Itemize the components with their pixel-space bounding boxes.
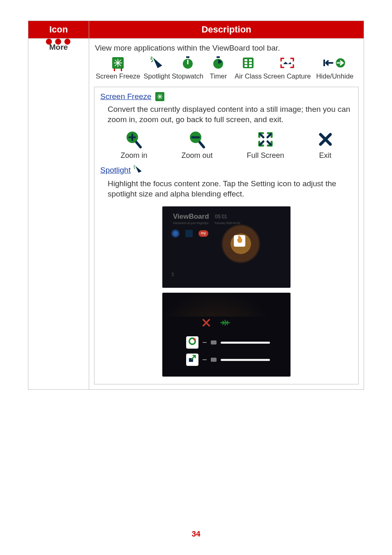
- globe-icon: [171, 229, 180, 238]
- spotlight-text: Highlight the focus content zone. Tap th…: [100, 178, 353, 203]
- collapse-icon: [220, 319, 231, 329]
- exit-label: Exit: [319, 151, 332, 160]
- tool-label: Hide/Unhide: [316, 72, 353, 80]
- svg-line-28: [134, 165, 135, 166]
- stopwatch-icon: [182, 56, 194, 72]
- zoom-in-icon: [125, 130, 143, 151]
- screen-freeze-controls: Zoom in: [100, 129, 353, 163]
- svg-rect-10: [217, 56, 220, 58]
- screenshot-brand: ViewBoard: [173, 212, 209, 221]
- resize-arrow-icon: [188, 354, 197, 365]
- svg-rect-16: [249, 62, 252, 64]
- intro-text: View more applications within the ViewBo…: [94, 43, 359, 56]
- air-class-icon: [242, 57, 254, 72]
- screen-freeze-icon: [112, 57, 124, 71]
- app-pill-icon: my: [198, 230, 208, 237]
- timer-icon: [212, 56, 224, 72]
- tool-label: Screen Capture: [263, 72, 311, 80]
- table-row: ●●● More View more applications within t…: [28, 39, 364, 390]
- zoom-out-icon: [189, 130, 206, 151]
- tool-label: Spotlight: [144, 72, 170, 80]
- zoom-out-label: Zoom out: [181, 151, 212, 160]
- svg-rect-15: [244, 62, 247, 64]
- hand-pointer-icon: [235, 236, 244, 246]
- screen-freeze-heading: Screen Freeze: [100, 92, 152, 101]
- row-icon-label: More: [28, 42, 89, 52]
- screen-freeze-text: Convert the currently displayed content …: [100, 103, 353, 129]
- svg-marker-4: [153, 58, 162, 68]
- tool-label: Air Class: [235, 72, 262, 80]
- svg-rect-14: [249, 59, 252, 61]
- svg-point-33: [194, 338, 196, 341]
- toolbar-row: Screen Freeze: [94, 56, 359, 85]
- svg-rect-18: [249, 65, 252, 67]
- svg-line-30: [134, 168, 135, 169]
- svg-rect-19: [323, 60, 325, 66]
- spotlight-heading-icon: [134, 166, 143, 175]
- tool-label: Timer: [210, 72, 227, 80]
- full-screen-label: Full Screen: [247, 151, 284, 160]
- full-screen-icon: [257, 131, 274, 150]
- svg-line-7: [151, 60, 153, 62]
- svg-rect-8: [186, 56, 189, 58]
- screenshot-time: 05:01: [215, 214, 227, 220]
- hide-unhide-icon: [323, 57, 346, 71]
- tool-label: Screen Freeze: [96, 72, 140, 80]
- page-number: 34: [0, 530, 392, 539]
- svg-marker-27: [136, 166, 142, 173]
- spotlight-settings-panel: [162, 293, 291, 377]
- zoom-in-label: Zoom in: [120, 151, 147, 160]
- app-icon: [185, 230, 193, 237]
- screen-freeze-badge-icon: [155, 92, 164, 101]
- spotlight-icon: [150, 57, 164, 72]
- icon-description-table: Icon Description ●●● More View more appl…: [28, 21, 364, 390]
- svg-rect-13: [244, 59, 247, 61]
- tool-label: Stopwatch: [172, 72, 203, 80]
- details-box: Screen Freeze Convert the currently disp…: [94, 87, 359, 384]
- spotlight-screenshot: ViewBoard 05:01 Interaction at your fing…: [162, 206, 291, 288]
- spotlight-heading: Spotlight: [100, 166, 131, 174]
- header-description: Description: [89, 21, 364, 39]
- screen-capture-icon: [280, 57, 295, 71]
- svg-rect-12: [243, 58, 254, 68]
- screenshot-caption: Interaction at your fingertips: [173, 221, 208, 225]
- svg-rect-17: [244, 65, 247, 67]
- upload-icon: ⇪: [171, 271, 175, 278]
- ring-icon: [188, 337, 197, 348]
- exit-icon: [318, 132, 332, 149]
- close-icon: [202, 318, 211, 330]
- svg-line-5: [150, 57, 152, 58]
